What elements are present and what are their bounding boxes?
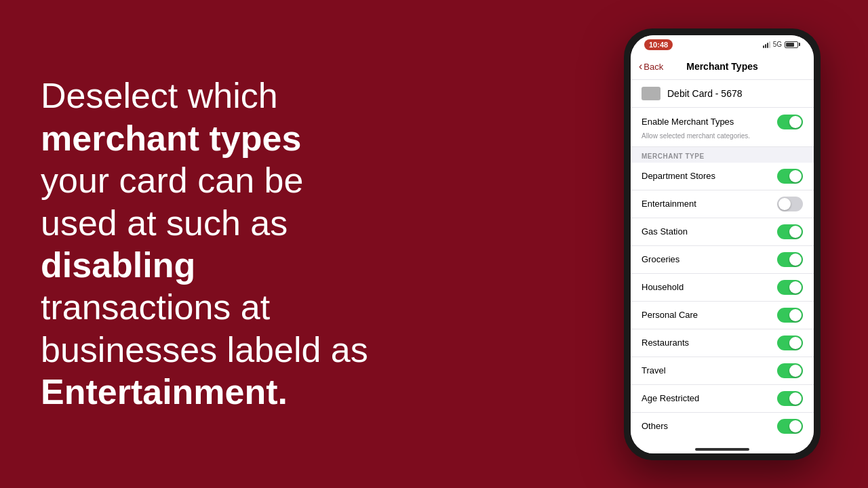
- card-chip-icon: [642, 87, 660, 100]
- merchant-toggle-others[interactable]: [777, 419, 803, 434]
- chevron-left-icon: ‹: [639, 60, 642, 73]
- line7: businesses labeld as: [41, 330, 368, 369]
- card-label: Debit Card - 5678: [667, 88, 743, 99]
- toggle-knob: [789, 253, 802, 266]
- toggle-knob: [789, 309, 802, 321]
- network-label: 5G: [773, 41, 782, 48]
- line8bold: Entertainment.: [41, 372, 288, 411]
- merchant-toggle-household[interactable]: [777, 280, 803, 295]
- line1: Deselect which: [41, 76, 278, 115]
- enable-description: Allow selected merchant categories.: [642, 132, 803, 144]
- toggle-knob: [789, 337, 802, 349]
- toggle-knob: [789, 365, 802, 377]
- phone-mockup: 10:48 5G ‹ Back Merch: [617, 28, 827, 460]
- home-indicator: [631, 440, 814, 453]
- left-panel: Deselect which merchant types your card …: [0, 41, 617, 447]
- enable-merchant-types-section: Enable Merchant Types Allow selected mer…: [631, 108, 814, 147]
- merchant-name: Restaurants: [642, 338, 689, 348]
- merchant-toggle-personal-care[interactable]: [777, 308, 803, 323]
- nav-bar: ‹ Back Merchant Types: [631, 54, 814, 80]
- line6: transactions at: [41, 287, 270, 327]
- merchant-name: Groceries: [642, 254, 679, 264]
- battery-icon: [785, 41, 800, 48]
- merchant-name: Age Restricted: [642, 393, 699, 403]
- home-bar-icon: [695, 448, 749, 451]
- merchant-name: Others: [642, 421, 668, 431]
- toggle-knob: [789, 392, 802, 405]
- status-time: 10:48: [644, 39, 673, 50]
- toggle-knob: [789, 420, 802, 432]
- merchant-type-section-header: MERCHANT TYPE: [631, 147, 814, 163]
- merchant-row: Entertainment: [631, 190, 814, 218]
- merchant-row: Department Stores: [631, 163, 814, 190]
- card-header: Debit Card - 5678: [631, 80, 814, 108]
- merchant-name: Travel: [642, 365, 666, 375]
- merchant-toggle-restaurants[interactable]: [777, 336, 803, 350]
- nav-title: Merchant Types: [686, 61, 758, 72]
- enable-merchant-types-toggle[interactable]: [777, 115, 803, 129]
- merchant-toggle-travel[interactable]: [777, 363, 803, 378]
- line4: used at such as: [41, 203, 288, 243]
- toggle-knob: [789, 226, 802, 238]
- merchant-row: Others: [631, 413, 814, 440]
- phone-screen: 10:48 5G ‹ Back Merch: [631, 35, 814, 453]
- merchant-name: Personal Care: [642, 310, 698, 320]
- merchant-row: Personal Care: [631, 302, 814, 329]
- merchant-row: Restaurants: [631, 329, 814, 357]
- merchant-name: Entertainment: [642, 199, 696, 209]
- phone-frame: 10:48 5G ‹ Back Merch: [624, 28, 821, 460]
- merchant-toggle-gas-station[interactable]: [777, 224, 803, 239]
- toggle-knob: [789, 281, 802, 293]
- signal-bars-icon: [763, 41, 770, 48]
- toggle-knob: [789, 170, 802, 182]
- line5bold: disabling: [41, 245, 195, 285]
- merchant-row: Groceries: [631, 246, 814, 274]
- status-icons: 5G: [763, 41, 800, 48]
- merchant-list: Department StoresEntertainmentGas Statio…: [631, 163, 814, 440]
- back-label: Back: [644, 62, 663, 72]
- line2bold: merchant types: [41, 119, 301, 158]
- merchant-row: Travel: [631, 357, 814, 385]
- merchant-toggle-entertainment[interactable]: [777, 197, 803, 211]
- back-button[interactable]: ‹ Back: [639, 61, 663, 73]
- merchant-name: Gas Station: [642, 226, 688, 237]
- line3: your card can be: [41, 161, 303, 200]
- merchant-name: Household: [642, 282, 684, 292]
- merchant-name: Department Stores: [642, 171, 715, 181]
- merchant-toggle-groceries[interactable]: [777, 252, 803, 267]
- toggle-knob: [778, 198, 791, 210]
- merchant-row: Household: [631, 274, 814, 302]
- merchant-row: Age Restricted: [631, 385, 814, 413]
- status-bar: 10:48 5G: [631, 35, 814, 54]
- merchant-row: Gas Station: [631, 218, 814, 246]
- enable-label: Enable Merchant Types: [642, 117, 734, 127]
- merchant-toggle-department-stores[interactable]: [777, 169, 803, 184]
- merchant-toggle-age-restricted[interactable]: [777, 391, 803, 406]
- toggle-knob: [789, 116, 802, 128]
